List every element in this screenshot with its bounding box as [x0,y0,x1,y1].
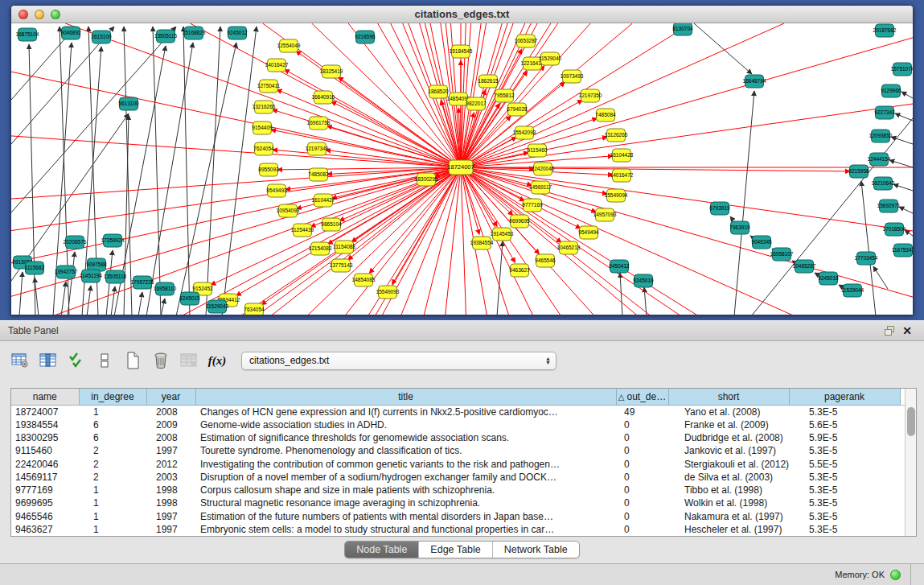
network-node[interactable]: 9865104 [321,218,342,231]
column-header-title[interactable]: title [195,389,616,405]
network-node[interactable]: 14016472 [610,169,634,182]
scrollbar-thumb[interactable] [907,407,915,436]
network-graph[interactable]: 1255404914016427127504111321626591544097… [11,23,913,315]
network-node[interactable]: 11529043 [206,300,229,313]
network-node[interactable]: 1862615 [478,75,499,88]
network-node[interactable]: 10973493 [561,70,584,83]
network-node[interactable]: 16648794 [743,75,766,88]
network-view[interactable]: 1255404914016427127504111321626591544097… [11,23,913,315]
network-node[interactable]: 14957093 [593,208,617,221]
network-node[interactable]: 11675347 [892,244,913,257]
network-node[interactable]: 9227343 [874,106,895,119]
network-node[interactable]: 11254439 [291,224,314,237]
table-scrollbar[interactable] [905,389,916,536]
network-node[interactable]: 16104428 [610,149,634,162]
network-node[interactable]: 11529044 [841,284,864,297]
column-header-short[interactable]: short [668,389,789,405]
network-node[interactable]: 7485083 [308,168,329,181]
column-header-in_degree[interactable]: in_degree [79,389,146,405]
close-panel-button[interactable]: ✕ [898,323,916,339]
network-node[interactable]: 16210643 [872,177,895,190]
network-node[interactable]: 11154088 [333,241,355,253]
network-node[interactable]: 15549094 [605,189,628,202]
minimize-button[interactable] [35,10,44,19]
network-node[interactable]: 9549493 [266,184,287,197]
network-node[interactable]: 17359924 [101,234,125,247]
float-panel-icon[interactable] [881,323,898,339]
network-node[interactable]: 7955812 [494,89,515,102]
network-node[interactable]: 9046345 [751,236,772,249]
network-node[interactable]: 18325419 [320,65,343,78]
table-row[interactable]: 946554611997Estimation of the future num… [11,509,905,522]
network-node[interactable]: 9154409 [252,122,273,134]
network-node[interactable]: 8955093 [258,163,279,176]
network-node[interactable]: 6793919 [709,202,730,215]
network-node[interactable]: 7485084 [595,109,616,122]
network-node[interactable]: 7634054 [244,303,265,315]
network-node[interactable]: 10653287 [515,35,538,47]
network-node[interactable]: 7624054 [253,142,274,155]
network-node[interactable]: 8130704 [672,23,693,35]
network-node[interactable]: 16640910 [312,91,335,104]
network-node[interactable]: 1115682 [25,262,45,274]
network-node[interactable]: 12444154 [868,153,891,166]
network-node[interactable]: 1868520 [428,85,449,98]
network-node[interactable]: 9245019 [633,274,654,287]
network-node[interactable]: 9215958 [848,165,869,178]
table-row[interactable]: 1456911722003Disruption of a novel membe… [11,471,905,484]
table-row[interactable]: 946362711997Embryonic stem cells: a mode… [11,523,905,536]
network-node[interactable]: 16958110 [154,282,177,295]
network-node[interactable]: 13942757 [55,266,78,278]
column-header-year[interactable]: year [146,389,195,405]
delete-table-button[interactable] [179,350,199,371]
network-node[interactable]: 16961758 [307,117,331,130]
table-row[interactable]: 1830029562008Estimation of significance … [11,431,905,444]
table-row[interactable]: 911546021997Tourette syndrome. Phenomeno… [11,444,905,457]
network-node[interactable]: 9218596 [355,31,376,43]
network-node[interactable]: 11451194 [80,270,102,282]
table-row[interactable]: 1938455462009Genome-wide association stu… [11,418,905,431]
network-node[interactable]: 7963919 [729,221,750,234]
network-node[interactable]: 15168829 [183,27,206,39]
network-node[interactable]: 5613100 [118,97,139,110]
network-window-titlebar[interactable]: citations_edges.txt [11,6,913,23]
table-row[interactable]: 977716911998Corpus callosum shape and si… [11,484,905,496]
network-node[interactable]: 6794028 [507,103,528,116]
network-node[interactable]: 17957225 [131,276,154,289]
network-node[interactable]: 2615100 [91,31,112,43]
delete-column-button[interactable] [150,350,171,371]
network-node[interactable]: 12154083 [309,242,332,255]
column-header-pagerank[interactable]: pagerank [789,389,900,405]
network-node[interactable]: 13775143 [330,259,353,272]
network-node[interactable]: 12554049 [277,39,301,52]
network-node[interactable]: 20206576 [64,236,87,249]
network-node[interactable]: 15692971 [877,200,901,212]
network-node[interactable]: 22420046 [532,163,555,175]
zoom-button[interactable] [51,10,60,19]
network-node[interactable]: 17703454 [855,252,878,265]
network-node[interactable]: 12093852 [869,130,893,142]
network-node[interactable]: 16958107 [770,248,794,261]
network-node[interactable]: 11529040 [539,52,562,65]
network-node[interactable]: 19384554 [470,237,494,249]
network-node[interactable]: 9465546 [535,254,556,267]
network-node[interactable]: 10465213 [557,241,581,254]
network-node[interactable]: 9245018 [818,272,839,285]
network-hub-node[interactable]: 18724007 [447,160,474,175]
network-node[interactable]: 9549494 [578,226,599,239]
function-builder-button[interactable]: f(x) [207,350,228,371]
table-row[interactable]: 2242004622012Investigating the contribut… [11,457,905,470]
new-column-button[interactable] [122,350,143,371]
network-node[interactable]: 19145453 [491,228,514,241]
network-node[interactable]: 16875104 [16,28,39,41]
network-node[interactable]: 9046892 [60,27,81,39]
network-node[interactable]: 9245012 [227,27,248,39]
network-node[interactable]: 9129966 [881,84,901,97]
network-node[interactable]: 12197349 [306,142,329,155]
network-node[interactable]: 10465287 [793,260,816,273]
network-node[interactable]: 12750411 [257,80,281,93]
table-row[interactable]: 969969511998Structural magnetic resonanc… [11,496,905,509]
tab-edge-table[interactable]: Edge Table [418,542,491,558]
network-node[interactable]: 13216265 [253,101,276,113]
network-node[interactable]: 9777169 [522,199,543,212]
